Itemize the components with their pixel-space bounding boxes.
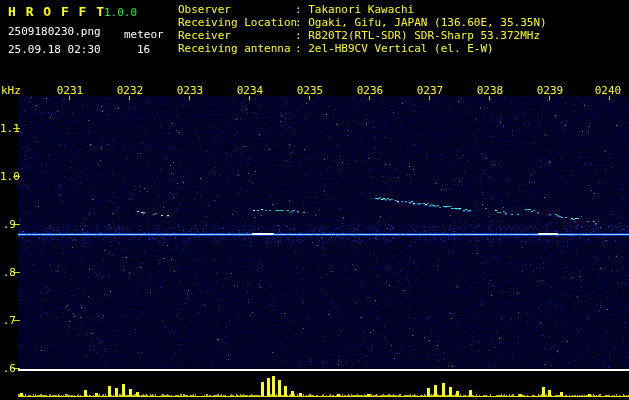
time-axis-label: 0234	[236, 84, 264, 97]
mode-label: meteor	[124, 28, 164, 41]
time-axis-label: 0238	[476, 84, 504, 97]
app-version: 1.0.0	[104, 6, 137, 19]
time-axis-label: 0231	[56, 84, 84, 97]
freq-axis-label: .8	[0, 266, 16, 279]
freq-axis-label: .9	[0, 218, 16, 231]
info-value: : R820T2(RTL-SDR) SDR-Sharp 53.372MHz	[295, 29, 540, 42]
info-label: Receiver	[178, 29, 295, 42]
time-axis-label: 0235	[296, 84, 324, 97]
echo-count: 16	[137, 43, 150, 56]
info-label: Observer	[178, 3, 295, 16]
info-label: Receiving antenna	[178, 42, 295, 55]
freq-axis-unit: kHz	[1, 84, 21, 97]
time-axis-label: 0237	[416, 84, 444, 97]
freq-axis-label: 1.0	[0, 170, 16, 183]
station-info: Observer: Takanori Kawachi Receiving Loc…	[178, 3, 547, 55]
datetime-label: 25.09.18 02:30	[8, 43, 101, 56]
time-axis-label: 0233	[176, 84, 204, 97]
info-value: : Ogaki, Gifu, JAPAN (136.60E, 35.35N)	[295, 16, 547, 29]
time-axis-label: 0232	[116, 84, 144, 97]
time-axis-label: 0239	[536, 84, 564, 97]
info-value: : 2el-HB9CV Vertical (el. E-W)	[295, 42, 494, 55]
app-title: H R O F F T	[8, 4, 105, 19]
output-filename: 2509180230.png	[8, 25, 101, 38]
hrofft-output-window: H R O F F T 1.0.0 2509180230.png meteor …	[0, 0, 629, 400]
info-row-observer: Observer: Takanori Kawachi	[178, 3, 547, 16]
freq-axis-label: 1.1	[0, 122, 16, 135]
spectrogram-canvas	[0, 0, 629, 400]
info-row-antenna: Receiving antenna: 2el-HB9CV Vertical (e…	[178, 42, 547, 55]
info-row-location: Receiving Location: Ogaki, Gifu, JAPAN (…	[178, 16, 547, 29]
freq-axis-label: .6	[0, 362, 16, 375]
time-axis-label: 0236	[356, 84, 384, 97]
info-row-receiver: Receiver: R820T2(RTL-SDR) SDR-Sharp 53.3…	[178, 29, 547, 42]
freq-axis-label: .7	[0, 314, 16, 327]
time-axis-label: 0240	[594, 84, 622, 97]
info-value: : Takanori Kawachi	[295, 3, 414, 16]
info-label: Receiving Location	[178, 16, 295, 29]
